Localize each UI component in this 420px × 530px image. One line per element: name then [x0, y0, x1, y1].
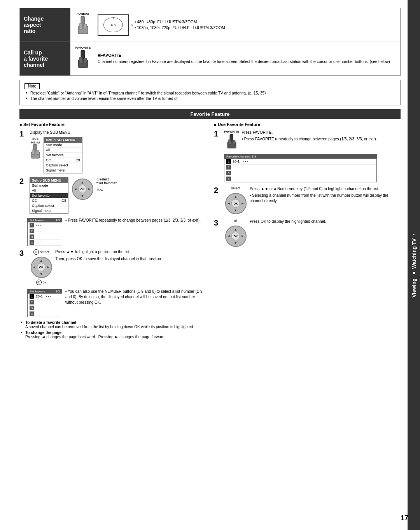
use-nav-step2: select ▲ ▼ ◄ ► OK [224, 186, 247, 215]
delete-tip: To delete a favorite channel A saved cha… [25, 320, 206, 329]
use-fav-hand: FAVORITE [224, 130, 239, 152]
step3-annot1: ①select [33, 249, 49, 255]
call-up-label: Call up a favorite channel [20, 42, 70, 75]
hand-sub-menu-icon [30, 144, 41, 162]
viewing-label: ● Watching TV [411, 238, 417, 276]
nav-arrows-step2: ▲ ▼ ◄ ► OK [71, 177, 94, 201]
step2-content: Setup SUB MENU Surf mode All Set favorit… [30, 177, 206, 214]
change-aspect-label: Change aspect ratio [20, 8, 70, 42]
svg-rect-2 [79, 23, 82, 29]
change-aspect-row: FORMAT 4 4·3 [70, 8, 400, 42]
set-step2-list: Set favorite 1/3 1- - - 2- - - 3- - - 4-… [27, 218, 206, 246]
left-labels: Change aspect ratio Call up a favorite c… [20, 8, 70, 75]
step3-text: Press ▲▼ to highlight a position on the … [55, 249, 162, 262]
use-step3-text: Press OK to display the highlighted chan… [250, 219, 326, 224]
set-step3-list: Set favorite 1/3 126-1- - - 2 3 4 • You … [27, 289, 206, 317]
set-favorite-column: Set Favorite Feature 1 Display the SUB M… [19, 122, 206, 341]
svg-rect-11 [36, 150, 39, 154]
favorite-feature-header: Favorite Feature [19, 109, 401, 119]
use-step-2: 2 select ▲ ▼ ◄ ► OK [214, 186, 401, 215]
set-favorite-header: Set Favorite Feature [19, 122, 206, 127]
set-fav-list-result: Set favorite 1/3 126-1- - - 2 3 4 [27, 289, 62, 317]
set-step-2: 2 Setup SUB MENU Surf mode All Set favor… [19, 177, 206, 214]
right-content: FORMAT 4 4·3 [70, 8, 400, 75]
step2-annotations: ①select "Set favorite" ②ok [96, 177, 117, 192]
aspect-text-group: • 480i, 480p: FULL/JUST/4:3/ZOOM • 1080p… [135, 19, 396, 31]
note-item-1: Reselect "Cable" or "Antenna" in "ANT" i… [30, 91, 396, 95]
sub-menu-hand: SUB MENU [30, 137, 41, 162]
use-favorite-column: Use Favorite Feature 1 FAVORITE [214, 122, 401, 341]
page-number: 17 [401, 514, 408, 522]
use-favorite-header: Use Favorite Feature [214, 122, 401, 127]
use-step1-content: FAVORITE Press FAVORITE. • P [224, 130, 401, 182]
number-tip: • You can also use the NUMBER buttons (1… [65, 289, 206, 305]
svg-rect-6 [79, 57, 82, 63]
bottom-tips: To delete a favorite channel A saved cha… [19, 320, 206, 339]
hand-format-icon [76, 16, 90, 38]
use-ok-step3: ok ▲ ▼ ◄ ► OK [224, 219, 247, 248]
svg-rect-15 [233, 140, 235, 144]
step1-content: Display the SUB MENU. SUB MENU [30, 130, 206, 173]
hand-use-fav-icon [226, 134, 238, 152]
step3-content: ①select ▲ ▼ ◄ ► OK ②ok [30, 249, 206, 285]
setup-sub-menu-step2: Setup SUB MENU Surf mode All Set favorit… [30, 177, 68, 214]
fav-channels-list: Favorite channels 1/3 126-1- - - 2 3 4 [224, 154, 377, 182]
set-fav-list-step2: Set favorite 1/3 1- - - 2- - - 3- - - 4-… [27, 218, 62, 246]
favorite-icon-group: FAVORITE [74, 46, 92, 72]
tv-diagram: 4 4·3 3 [98, 14, 129, 36]
svg-rect-10 [32, 150, 35, 154]
note-title: Note [24, 83, 40, 89]
fav-channels-box: Favorite channels 1/3 126-1- - - 2 3 4 [224, 154, 377, 182]
top-section: Change aspect ratio Call up a favorite c… [19, 8, 401, 76]
favorite-description-group: ■FAVORITE Channel numbers registered in … [98, 53, 396, 65]
page-tip: To change the page Pressing ◄ changes th… [25, 331, 206, 339]
ok-nav-step3: ①select ▲ ▼ ◄ ► OK ②ok [30, 249, 53, 285]
use-step1-text: Press FAVORITE. • Press FAVORITE repeate… [242, 130, 377, 142]
format-icon-group: FORMAT [74, 12, 92, 38]
set-step-3: 3 ①select ▲ ▼ ◄ ► OK [19, 249, 206, 285]
use-step3-content: ok ▲ ▼ ◄ ► OK [224, 219, 401, 248]
note-section: Note Reselect "Cable" or "Antenna" in "A… [19, 80, 401, 105]
viewing-title: Viewing [411, 278, 417, 297]
step3-annot2: ②ok [36, 280, 47, 285]
svg-rect-7 [84, 58, 87, 63]
two-column-layout: Set Favorite Feature 1 Display the SUB M… [19, 122, 401, 341]
viewing-sidebar: ● ● Watching TV Viewing [408, 0, 420, 530]
step2-press-text: • Press FAVORITE repeatedly to change be… [65, 218, 201, 223]
note-item-2: The channel number and volume level rema… [30, 96, 396, 101]
use-step2-text: Press ▲▼ or a Numbered key (1-9 and 0) t… [250, 186, 401, 204]
call-up-row: FAVORITE ■FAVORITE Channel numbers regis… [70, 42, 400, 75]
use-step-3: 3 ok ▲ ▼ ◄ ► OK [214, 219, 401, 248]
setup-sub-menu-step1: Setup SUB MENU Surf mode All Set favorit… [44, 137, 82, 173]
use-step-1: 1 FAVORITE [214, 130, 401, 182]
svg-rect-3 [84, 24, 87, 29]
use-step2-content: select ▲ ▼ ◄ ► OK [224, 186, 401, 215]
svg-rect-14 [228, 140, 231, 144]
tv-diagram-group: 4 4·3 3 [98, 14, 129, 36]
hand-favorite-icon [76, 50, 90, 72]
set-step-1: 1 Display the SUB MENU. SUB MENU [19, 130, 206, 173]
